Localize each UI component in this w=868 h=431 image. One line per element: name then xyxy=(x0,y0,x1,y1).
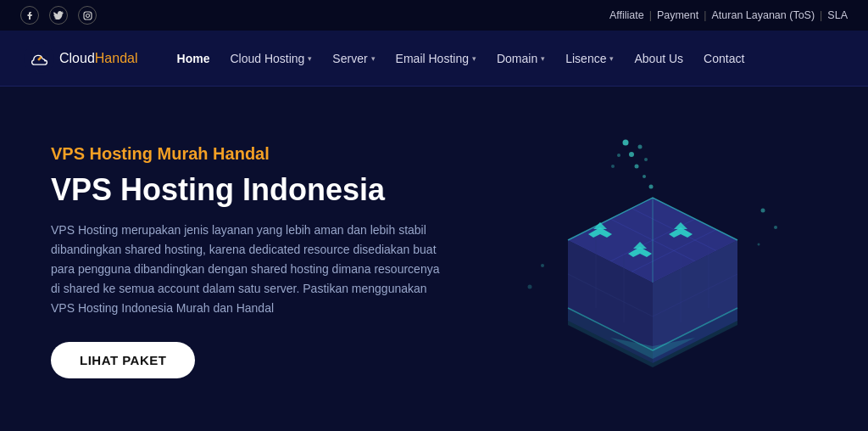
isometric-cube-svg xyxy=(500,134,805,389)
hero-subtitle: VPS Hosting Murah Handal xyxy=(51,144,492,164)
sla-link[interactable]: SLA xyxy=(827,9,848,21)
svg-point-12 xyxy=(611,165,615,168)
affiliate-link[interactable]: Affiliate xyxy=(609,9,644,21)
topbar-links: Affiliate | Payment | Aturan Layanan (To… xyxy=(609,9,848,21)
logo[interactable]: CloudHandal xyxy=(24,43,138,74)
svg-point-1 xyxy=(86,14,89,17)
social-links xyxy=(20,6,97,25)
twitter-icon[interactable] xyxy=(49,6,68,25)
instagram-icon[interactable] xyxy=(78,6,97,25)
svg-point-9 xyxy=(638,145,643,149)
svg-point-10 xyxy=(644,158,648,161)
topbar: Affiliate | Payment | Aturan Layanan (To… xyxy=(0,0,868,31)
cta-button[interactable]: LIHAT PAKET xyxy=(51,342,195,378)
nav-menu: Home Cloud Hosting ▾ Server ▾ Email Host… xyxy=(169,45,754,72)
tos-link[interactable]: Aturan Layanan (ToS) xyxy=(712,9,815,21)
chevron-down-icon: ▾ xyxy=(371,54,376,63)
svg-point-11 xyxy=(617,154,620,157)
nav-cloud-hosting[interactable]: Cloud Hosting ▾ xyxy=(221,45,320,72)
svg-point-7 xyxy=(643,175,646,178)
svg-point-2 xyxy=(89,13,90,14)
svg-point-6 xyxy=(635,165,639,169)
svg-point-43 xyxy=(758,243,760,246)
hero-content: VPS Hosting Murah Handal VPS Hosting Ind… xyxy=(51,144,492,379)
chevron-down-icon: ▾ xyxy=(308,54,312,63)
hero-illustration xyxy=(492,117,814,406)
svg-point-8 xyxy=(649,185,654,189)
chevron-down-icon: ▾ xyxy=(609,54,614,63)
nav-lisence[interactable]: Lisence ▾ xyxy=(557,45,622,72)
svg-point-44 xyxy=(541,264,544,267)
hero-section: VPS Hosting Murah Handal VPS Hosting Ind… xyxy=(0,87,868,431)
svg-point-45 xyxy=(528,285,532,289)
svg-point-41 xyxy=(761,209,765,213)
nav-email-hosting[interactable]: Email Hosting ▾ xyxy=(387,45,485,72)
hero-description: VPS Hosting merupakan jenis layanan yang… xyxy=(51,221,449,318)
facebook-icon[interactable] xyxy=(20,6,39,25)
nav-server[interactable]: Server ▾ xyxy=(324,45,383,72)
nav-home[interactable]: Home xyxy=(169,45,219,72)
nav-domain[interactable]: Domain ▾ xyxy=(488,45,554,72)
svg-rect-0 xyxy=(84,12,92,20)
chevron-down-icon: ▾ xyxy=(541,54,545,63)
nav-about-us[interactable]: About Us xyxy=(626,45,692,72)
chevron-down-icon: ▾ xyxy=(472,54,476,63)
nav-contact[interactable]: Contact xyxy=(695,45,753,72)
navbar: CloudHandal Home Cloud Hosting ▾ Server … xyxy=(0,31,868,87)
payment-link[interactable]: Payment xyxy=(657,9,698,21)
svg-point-4 xyxy=(623,140,629,146)
logo-text: CloudHandal xyxy=(59,51,138,66)
svg-point-5 xyxy=(629,152,634,157)
hero-title: VPS Hosting Indonesia xyxy=(51,172,492,207)
logo-icon xyxy=(24,43,54,74)
svg-point-42 xyxy=(774,226,777,229)
